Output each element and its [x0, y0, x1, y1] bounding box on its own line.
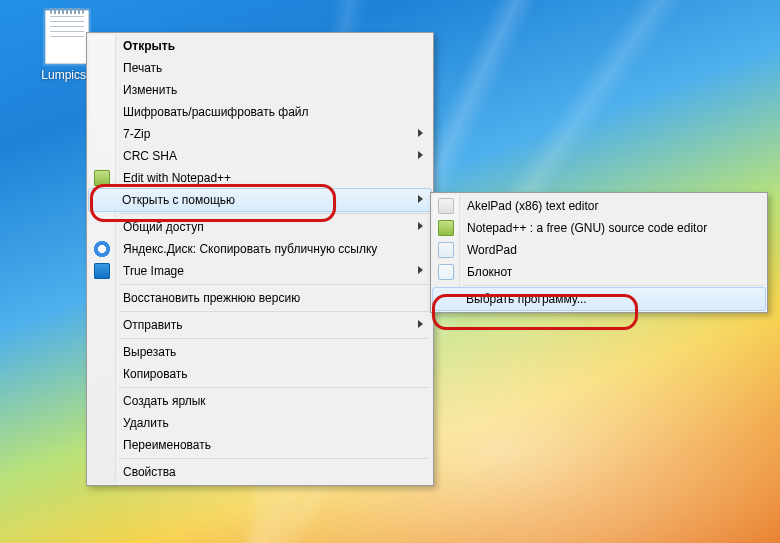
chevron-right-icon: [418, 129, 423, 137]
menu-item-7zip[interactable]: 7-Zip: [89, 123, 431, 145]
true-image-icon: [94, 263, 110, 279]
submenu-item-wordpad[interactable]: WordPad: [433, 239, 765, 261]
menu-item-open-with[interactable]: Открыть с помощью: [88, 188, 432, 212]
menu-separator: [463, 285, 763, 286]
chevron-right-icon: [418, 266, 423, 274]
notepad-file-icon: [45, 10, 89, 64]
akelpad-icon: [438, 198, 454, 214]
context-menu: Открыть Печать Изменить Шифровать/расшиф…: [86, 32, 434, 486]
menu-item-rename[interactable]: Переименовать: [89, 434, 431, 456]
chevron-right-icon: [418, 151, 423, 159]
menu-item-open[interactable]: Открыть: [89, 35, 431, 57]
wordpad-icon: [438, 242, 454, 258]
menu-item-encrypt[interactable]: Шифровать/расшифровать файл: [89, 101, 431, 123]
menu-separator: [119, 458, 429, 459]
menu-item-create-shortcut[interactable]: Создать ярлык: [89, 390, 431, 412]
chevron-right-icon: [418, 195, 423, 203]
menu-item-edit[interactable]: Изменить: [89, 79, 431, 101]
notepad-icon: [438, 264, 454, 280]
notepadpp-icon: [438, 220, 454, 236]
chevron-right-icon: [418, 320, 423, 328]
menu-separator: [119, 338, 429, 339]
menu-item-delete[interactable]: Удалить: [89, 412, 431, 434]
chevron-right-icon: [418, 222, 423, 230]
open-with-submenu: AkelPad (x86) text editor Notepad++ : a …: [430, 192, 768, 313]
menu-separator: [119, 284, 429, 285]
submenu-item-notepadpp[interactable]: Notepad++ : a free (GNU) source code edi…: [433, 217, 765, 239]
menu-item-yandex-disk[interactable]: Яндекс.Диск: Скопировать публичную ссылк…: [89, 238, 431, 260]
submenu-item-choose-program[interactable]: Выбрать программу...: [432, 287, 766, 311]
desktop: Lumpics.t Открыть Печать Изменить Шифров…: [0, 0, 780, 543]
menu-item-edit-notepadpp[interactable]: Edit with Notepad++: [89, 167, 431, 189]
submenu-item-akelpad[interactable]: AkelPad (x86) text editor: [433, 195, 765, 217]
menu-item-crcsha[interactable]: CRC SHA: [89, 145, 431, 167]
yandex-disk-icon: [94, 241, 110, 257]
menu-item-print[interactable]: Печать: [89, 57, 431, 79]
menu-separator: [119, 387, 429, 388]
menu-item-sharing[interactable]: Общий доступ: [89, 216, 431, 238]
notepadpp-icon: [94, 170, 110, 186]
menu-item-copy[interactable]: Копировать: [89, 363, 431, 385]
menu-separator: [119, 213, 429, 214]
menu-item-restore-version[interactable]: Восстановить прежнюю версию: [89, 287, 431, 309]
menu-item-properties[interactable]: Свойства: [89, 461, 431, 483]
menu-separator: [119, 311, 429, 312]
submenu-item-notepad[interactable]: Блокнот: [433, 261, 765, 283]
menu-item-true-image[interactable]: True Image: [89, 260, 431, 282]
menu-item-cut[interactable]: Вырезать: [89, 341, 431, 363]
menu-item-send-to[interactable]: Отправить: [89, 314, 431, 336]
